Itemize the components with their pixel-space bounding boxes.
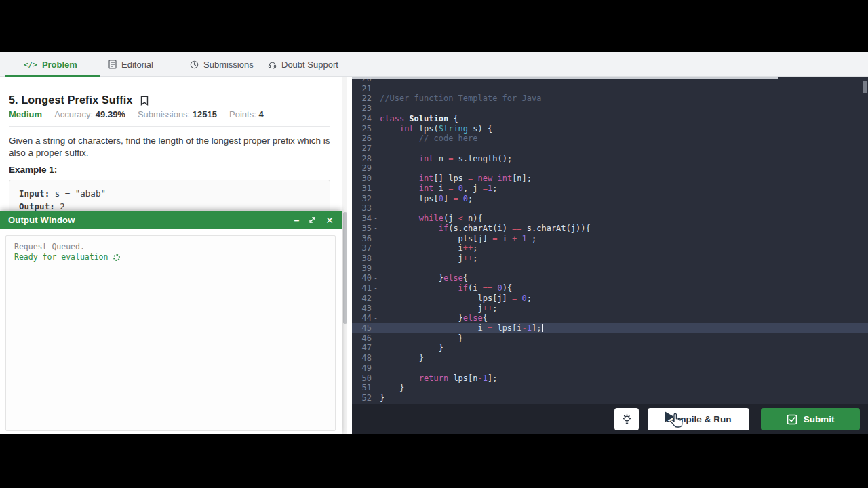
code-editor[interactable]: 202122//User function Template for Java2… bbox=[352, 77, 868, 434]
fold-gutter bbox=[372, 163, 380, 174]
tab-problem[interactable]: </> Problem bbox=[24, 52, 77, 77]
line-number: 31 bbox=[352, 184, 372, 194]
code-line[interactable]: 48 } bbox=[352, 353, 868, 363]
line-number: 52 bbox=[352, 393, 372, 403]
bookmark-icon[interactable] bbox=[140, 96, 149, 106]
compile-run-button[interactable]: Compile & Run bbox=[648, 408, 749, 430]
fold-gutter bbox=[372, 304, 380, 314]
code-line[interactable]: 51 } bbox=[352, 383, 868, 393]
code-text: if(s.charAt(i) == s.charAt(j)){ bbox=[380, 224, 591, 234]
line-number: 34 bbox=[352, 214, 372, 224]
code-line[interactable]: 28 int n = s.length(); bbox=[352, 154, 868, 164]
fold-gutter bbox=[372, 184, 380, 194]
line-number: 30 bbox=[352, 174, 372, 184]
code-line[interactable]: 29 bbox=[352, 163, 868, 174]
code-text: }else{ bbox=[380, 313, 488, 323]
line-number: 39 bbox=[352, 264, 372, 274]
code-line[interactable]: 31 int i = 0, j =1; bbox=[352, 184, 868, 194]
minimize-icon[interactable]: – bbox=[294, 217, 299, 224]
scrollbar-thumb[interactable] bbox=[343, 212, 347, 324]
line-number: 23 bbox=[352, 104, 372, 114]
code-line[interactable]: 32 lps[0] = 0; bbox=[352, 194, 868, 204]
headset-icon bbox=[268, 60, 277, 69]
tab-doubt-support[interactable]: Doubt Support bbox=[268, 52, 338, 77]
code-line[interactable]: 52} bbox=[352, 393, 868, 403]
expand-icon[interactable] bbox=[308, 216, 317, 224]
code-text: } bbox=[380, 393, 384, 403]
code-text: j++; bbox=[380, 304, 497, 314]
code-text: pls[j] = i + 1 ; bbox=[380, 234, 536, 244]
code-line[interactable]: 23 bbox=[352, 104, 868, 114]
line-number: 37 bbox=[352, 243, 372, 253]
editor-horizontal-scrollbar[interactable] bbox=[352, 77, 778, 79]
code-line[interactable]: 50 return lps[n-1]; bbox=[352, 373, 868, 384]
code-text: return lps[n-1]; bbox=[380, 373, 497, 384]
fold-marker-icon[interactable]: - bbox=[372, 313, 380, 323]
status-ready-for-evaluation: Ready for evaluation bbox=[14, 252, 327, 262]
output-console: Request Queued. Ready for evaluation bbox=[5, 235, 336, 431]
problem-title: 5. Longest Prefix Suffix bbox=[9, 94, 133, 106]
code-line[interactable]: 43 j++; bbox=[352, 304, 868, 314]
code-text: } bbox=[380, 383, 404, 393]
fold-marker-icon[interactable]: - bbox=[372, 124, 380, 134]
line-number: 41 bbox=[352, 283, 372, 293]
code-text: j++; bbox=[380, 253, 478, 264]
line-number: 32 bbox=[352, 194, 372, 204]
submit-button[interactable]: Submit bbox=[761, 408, 860, 430]
code-line[interactable]: 42 lps[j] = 0; bbox=[352, 293, 868, 304]
line-number: 29 bbox=[352, 163, 372, 174]
difficulty-badge: Medium bbox=[9, 109, 42, 119]
line-number: 26 bbox=[352, 134, 372, 144]
code-line[interactable]: 25- int lps(String s) { bbox=[352, 124, 868, 134]
hint-button[interactable] bbox=[614, 408, 639, 430]
code-line[interactable]: 21 bbox=[352, 84, 868, 94]
code-line[interactable]: 34- while(j < n){ bbox=[352, 214, 868, 224]
line-number: 48 bbox=[352, 353, 372, 363]
fold-marker-icon[interactable]: - bbox=[372, 224, 380, 234]
fold-marker-icon[interactable]: - bbox=[372, 214, 380, 224]
tab-submissions[interactable]: Submissions bbox=[190, 52, 254, 77]
code-line[interactable]: 30 int[] lps = new int[n]; bbox=[352, 174, 868, 184]
clock-icon bbox=[190, 60, 199, 69]
code-line[interactable]: 35- if(s.charAt(i) == s.charAt(j)){ bbox=[352, 224, 868, 234]
fold-marker-icon[interactable]: - bbox=[372, 283, 380, 293]
code-line[interactable]: 22//User function Template for Java bbox=[352, 94, 868, 104]
code-line[interactable]: 36 pls[j] = i + 1 ; bbox=[352, 234, 868, 244]
line-number: 50 bbox=[352, 373, 372, 384]
code-text: // code here bbox=[380, 134, 478, 144]
submissions-count: Submissions: 12515 bbox=[138, 109, 217, 119]
code-line[interactable]: 38 j++; bbox=[352, 253, 868, 264]
fold-gutter bbox=[372, 94, 380, 104]
code-line[interactable]: 44- }else{ bbox=[352, 313, 868, 323]
code-line[interactable]: 41- if(i == 0){ bbox=[352, 283, 868, 293]
code-line[interactable]: 39 bbox=[352, 264, 868, 274]
line-number: 47 bbox=[352, 343, 372, 353]
close-icon[interactable]: ✕ bbox=[326, 215, 334, 226]
code-line[interactable]: 27 bbox=[352, 144, 868, 154]
fold-gutter bbox=[372, 393, 380, 403]
code-line[interactable]: 40- }else{ bbox=[352, 273, 868, 283]
line-number: 51 bbox=[352, 383, 372, 393]
code-line[interactable]: 37 i++; bbox=[352, 243, 868, 253]
code-line[interactable]: 46 } bbox=[352, 333, 868, 344]
editor-vertical-scrollbar[interactable] bbox=[863, 81, 867, 93]
accuracy: Accuracy: 49.39% bbox=[54, 109, 125, 119]
line-number: 27 bbox=[352, 144, 372, 154]
code-line[interactable]: 45 i = lps[i-1]; bbox=[352, 323, 868, 333]
fold-marker-icon[interactable]: - bbox=[372, 114, 380, 124]
tab-editorial[interactable]: Editorial bbox=[108, 52, 153, 77]
fold-gutter bbox=[372, 383, 380, 393]
code-text: i++; bbox=[380, 243, 478, 253]
code-line[interactable]: 33 bbox=[352, 203, 868, 214]
code-line[interactable]: 49 bbox=[352, 363, 868, 373]
code-line[interactable]: 24-class Solution { bbox=[352, 114, 868, 124]
problem-meta: Medium Accuracy: 49.39% Submissions: 125… bbox=[9, 109, 264, 119]
code-line[interactable]: 26 // code here bbox=[352, 134, 868, 144]
code-text: } bbox=[380, 343, 443, 353]
fold-gutter bbox=[372, 333, 380, 344]
left-panel-scrollbar[interactable] bbox=[342, 77, 347, 434]
code-line[interactable]: 47 } bbox=[352, 343, 868, 353]
fold-marker-icon[interactable]: - bbox=[372, 273, 380, 283]
code-text: int n = s.length(); bbox=[380, 154, 512, 164]
code-text: lps[0] = 0; bbox=[380, 194, 473, 204]
